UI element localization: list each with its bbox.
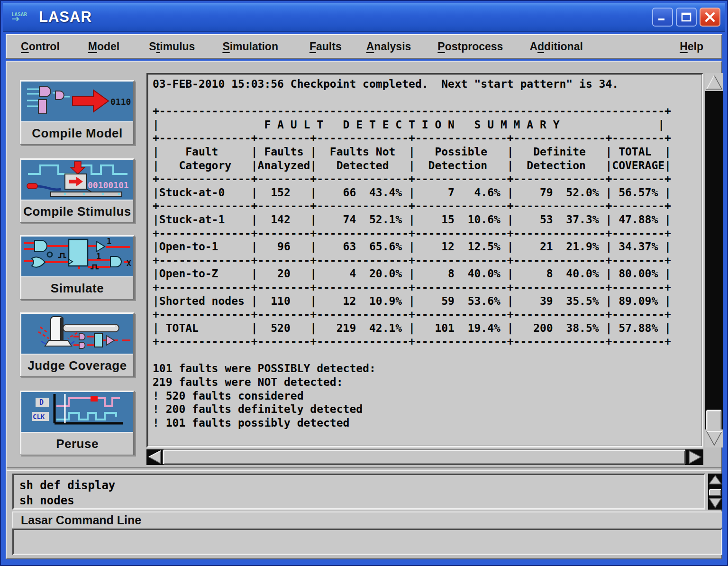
peruse-icon: D CLK: [21, 392, 133, 432]
close-icon: [704, 12, 716, 22]
titlebar[interactable]: LASAR LASAR: [3, 3, 725, 32]
maximize-button[interactable]: [676, 8, 697, 27]
menu-label-pre: S: [149, 40, 156, 53]
menu-model[interactable]: Model: [87, 38, 120, 55]
close-button[interactable]: [700, 8, 720, 27]
menu-label-post: nalysis: [374, 40, 411, 53]
compile-stimulus-icon: 00100101: [21, 160, 133, 200]
maximize-icon: [680, 12, 692, 22]
command-history-box: sh def display sh nodes: [12, 474, 705, 510]
menu-label-key: d: [537, 40, 544, 53]
terminal-output-panel: 03-FEB-2010 15:03:56 Checkpoint complete…: [146, 73, 703, 447]
svg-text:0110: 0110: [110, 97, 131, 107]
menu-additional[interactable]: Additional: [528, 38, 583, 55]
command-line-label: Lasar Command Line: [12, 511, 722, 528]
console-divider: [7, 467, 721, 471]
svg-text:CLK: CLK: [33, 413, 45, 420]
menu-label-post: elp: [688, 40, 703, 53]
menu-label-post: ostprocess: [445, 40, 503, 53]
horizontal-scrollbar[interactable]: [146, 449, 703, 465]
compile-stimulus-button[interactable]: 00100101 Compile Stimulus: [20, 158, 135, 223]
compile-model-button[interactable]: 0110 Compile Model: [20, 80, 135, 145]
terminal-output-inner: 03-FEB-2010 15:03:56 Checkpoint complete…: [148, 74, 702, 446]
svg-text:00100101: 00100101: [88, 180, 129, 190]
lasar-app-icon: LASAR: [9, 8, 36, 27]
window-title: LASAR: [39, 9, 92, 26]
menu-control[interactable]: Control: [20, 38, 61, 55]
vertical-scrollbar[interactable]: [705, 73, 723, 447]
svg-text:1: 1: [96, 252, 101, 261]
menubar: Control Model Stimulus Simulation Faults…: [6, 34, 722, 59]
history-scrollbar[interactable]: [708, 474, 724, 510]
menu-label-key: H: [680, 40, 688, 53]
menu-label-post: ontrol: [29, 40, 60, 53]
menu-simulation[interactable]: Simulation: [221, 38, 279, 55]
menu-analysis[interactable]: Analysis: [365, 38, 412, 55]
svg-text:LASAR: LASAR: [11, 11, 27, 18]
simulate-label: Simulate: [21, 276, 133, 299]
scroll-thumb: [710, 490, 721, 495]
main-area: 0110 Compile Model 00100101: [6, 61, 722, 559]
menu-stimulus[interactable]: Stimulus: [148, 38, 196, 55]
command-history-text: sh def display sh nodes: [14, 475, 704, 508]
menu-label-key: A: [366, 40, 374, 53]
menu-label-key: M: [88, 40, 97, 53]
svg-text:D: D: [39, 398, 44, 407]
menu-label-post: odel: [97, 40, 119, 53]
menu-label-key: S: [222, 40, 229, 53]
peruse-button[interactable]: D CLK Peruse: [20, 391, 135, 455]
judge-coverage-button[interactable]: Judge Coverage: [20, 312, 135, 377]
compile-model-icon: 0110: [21, 82, 133, 121]
simulate-button[interactable]: 1 1 X Simulate: [20, 235, 135, 300]
scroll-thumb: [164, 450, 685, 464]
simulate-icon: 1 1 X: [21, 237, 133, 276]
judge-coverage-label: Judge Coverage: [21, 354, 133, 376]
command-line-input[interactable]: [12, 529, 722, 555]
menu-label-key: C: [21, 40, 29, 53]
app-window: LASAR LASAR Control: [0, 0, 728, 566]
terminal-text: 03-FEB-2010 15:03:56 Checkpoint complete…: [153, 77, 701, 429]
menu-label-post: ditional: [544, 40, 583, 53]
menu-label-key: P: [437, 40, 445, 53]
menu-label-post: imulus: [160, 40, 195, 53]
compile-model-label: Compile Model: [21, 121, 133, 144]
minimize-icon: [656, 12, 669, 22]
menu-label-key: F: [309, 40, 316, 53]
peruse-label: Peruse: [21, 432, 133, 455]
menu-label-pre: A: [529, 40, 537, 53]
menu-help[interactable]: Help: [679, 38, 704, 55]
menu-faults[interactable]: Faults: [309, 38, 343, 55]
menu-postprocess[interactable]: Postprocess: [437, 38, 504, 55]
minimize-button[interactable]: [652, 8, 673, 27]
menu-label-post: aults: [316, 40, 342, 53]
svg-text:1: 1: [107, 237, 111, 246]
judge-coverage-icon: [21, 314, 133, 354]
window-controls: [652, 8, 720, 27]
scroll-thumb: [707, 411, 721, 431]
compile-stimulus-label: Compile Stimulus: [21, 200, 133, 222]
svg-text:X: X: [127, 259, 131, 268]
menu-label-post: imulation: [230, 40, 278, 53]
